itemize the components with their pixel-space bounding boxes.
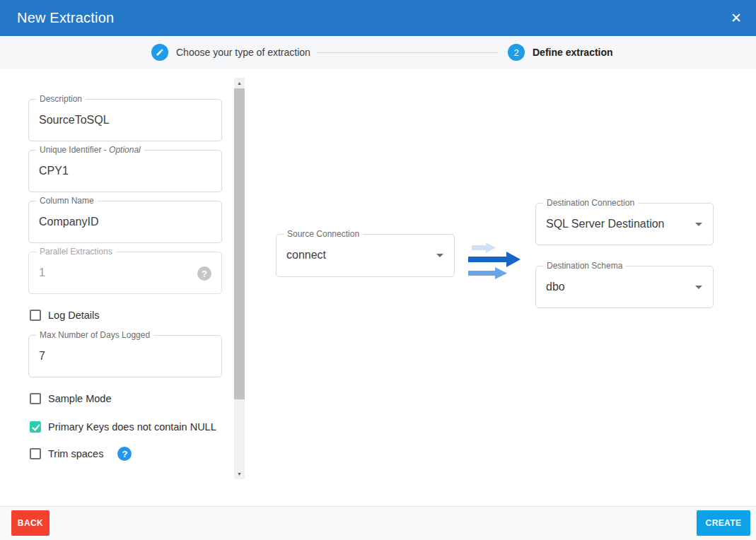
destination-connection-select[interactable]: Destination Connection SQL Server Destin… [535,203,714,245]
back-button[interactable]: BACK [11,510,50,536]
chevron-down-icon [436,254,443,257]
unique-identifier-field[interactable]: Unique Identifier - Optional CPY1 [28,150,222,192]
scroll-down-icon[interactable]: ▼ [234,469,245,479]
create-button[interactable]: CREATE [697,510,750,536]
unique-identifier-label: Unique Identifier - Optional [36,145,144,155]
pencil-icon [156,48,164,57]
trim-spaces-checkbox[interactable] [30,448,41,459]
dialog-header: New Extraction ✕ [0,0,756,36]
step1-label[interactable]: Choose your type of extraction [176,36,310,69]
log-details-checkbox-row[interactable]: Log Details [28,308,222,322]
dialog-footer: BACK CREATE [0,506,756,540]
left-panel-scrollbar[interactable]: ▲ ▼ [234,78,245,479]
source-connection-select[interactable]: Source Connection connect [276,234,455,277]
primary-keys-checkbox-row[interactable]: Primary Keys does not contain NULL [28,420,222,434]
chevron-down-icon [695,223,702,226]
step2-circle[interactable]: 2 [508,44,525,61]
step1-circle[interactable] [151,44,168,61]
sample-mode-label: Sample Mode [48,393,111,404]
sample-mode-checkbox[interactable] [30,393,41,404]
source-connection-value[interactable]: connect [286,249,326,262]
description-value[interactable]: SourceToSQL [39,114,110,127]
new-extraction-dialog: New Extraction ✕ Choose your type of ext… [0,0,756,540]
destination-connection-value[interactable]: SQL Server Destination [546,218,664,230]
destination-connection-label: Destination Connection [543,198,638,208]
log-details-checkbox[interactable] [30,310,41,321]
sample-mode-checkbox-row[interactable]: Sample Mode [28,392,222,406]
log-details-label: Log Details [48,310,100,321]
trim-spaces-checkbox-row[interactable]: Trim spaces ? [28,447,222,461]
description-label: Description [36,94,86,104]
dialog-title: New Extraction [17,10,114,26]
max-days-logged-field[interactable]: Max Number of Days Logged 7 [28,335,222,377]
help-icon[interactable]: ? [197,266,211,281]
close-icon[interactable]: ✕ [726,7,746,29]
destination-schema-value[interactable]: dbo [546,281,565,293]
primary-keys-checkbox[interactable] [30,421,41,433]
step2-label: Define extraction [533,36,613,69]
max-days-logged-label: Max Number of Days Logged [36,330,153,340]
stepper: Choose your type of extraction 2 Define … [0,36,756,69]
column-name-field[interactable]: Column Name CompanyID [28,201,222,243]
scrollbar-thumb[interactable] [234,88,245,399]
column-name-value[interactable]: CompanyID [39,216,98,228]
unique-identifier-value[interactable]: CPY1 [39,165,69,177]
source-connection-label: Source Connection [284,229,363,239]
destination-schema-select[interactable]: Destination Schema dbo [535,266,714,308]
parallel-extractions-label: Parallel Extractions [36,247,116,257]
parallel-extractions-value: 1 [39,266,45,279]
help-icon[interactable]: ? [117,447,132,461]
destination-schema-label: Destination Schema [543,261,626,271]
stepper-connector-line [316,52,499,53]
chevron-down-icon [695,286,702,289]
max-days-logged-value[interactable]: 7 [39,350,45,363]
scroll-up-icon[interactable]: ▲ [234,78,245,88]
transfer-arrows-icon [467,237,521,284]
extraction-settings-panel: Description SourceToSQL Unique Identifie… [28,99,222,461]
primary-keys-label: Primary Keys does not contain NULL [48,421,216,433]
parallel-extractions-field: Parallel Extractions 1 ? [28,252,222,294]
description-field[interactable]: Description SourceToSQL [28,99,222,141]
column-name-label: Column Name [36,196,98,206]
trim-spaces-label: Trim spaces [48,448,103,459]
